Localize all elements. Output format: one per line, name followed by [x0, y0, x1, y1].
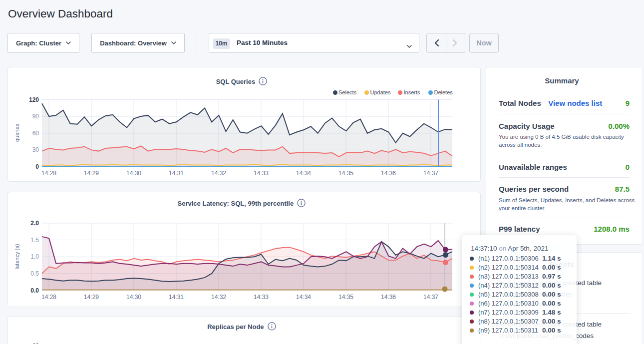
svg-text:14:37: 14:37: [423, 294, 438, 301]
svg-text:14:36: 14:36: [381, 294, 396, 301]
svg-text:14:30: 14:30: [126, 294, 141, 301]
svg-text:queries: queries: [14, 123, 20, 142]
svg-text:14:34: 14:34: [296, 294, 311, 301]
svg-text:60: 60: [32, 130, 39, 137]
svg-text:0.5: 0.5: [30, 270, 39, 277]
svg-text:14:33: 14:33: [254, 170, 269, 177]
svg-text:14:34: 14:34: [296, 170, 311, 177]
svg-text:latency (s): latency (s): [14, 244, 20, 270]
svg-text:14:37: 14:37: [423, 170, 438, 177]
svg-text:14:35: 14:35: [338, 294, 353, 301]
svg-text:14:28: 14:28: [41, 294, 56, 301]
svg-text:14:31: 14:31: [169, 294, 184, 301]
svg-text:14:32: 14:32: [211, 170, 226, 177]
svg-text:14:31: 14:31: [169, 170, 184, 177]
svg-text:120: 120: [29, 96, 39, 103]
svg-text:14:36: 14:36: [381, 170, 396, 177]
svg-text:14:29: 14:29: [84, 170, 99, 177]
svg-text:2.0: 2.0: [30, 220, 39, 227]
svg-text:90: 90: [32, 113, 39, 120]
svg-text:14:35: 14:35: [338, 170, 353, 177]
svg-text:14:32: 14:32: [211, 294, 226, 301]
svg-text:1.5: 1.5: [30, 237, 39, 244]
svg-text:14:29: 14:29: [84, 294, 99, 301]
svg-text:0: 0: [35, 163, 39, 170]
svg-text:30: 30: [32, 146, 39, 153]
svg-text:14:33: 14:33: [254, 294, 269, 301]
svg-text:14:28: 14:28: [41, 170, 56, 177]
svg-text:14:30: 14:30: [126, 170, 141, 177]
svg-text:1.0: 1.0: [30, 253, 39, 260]
svg-text:0.0: 0.0: [30, 287, 39, 294]
